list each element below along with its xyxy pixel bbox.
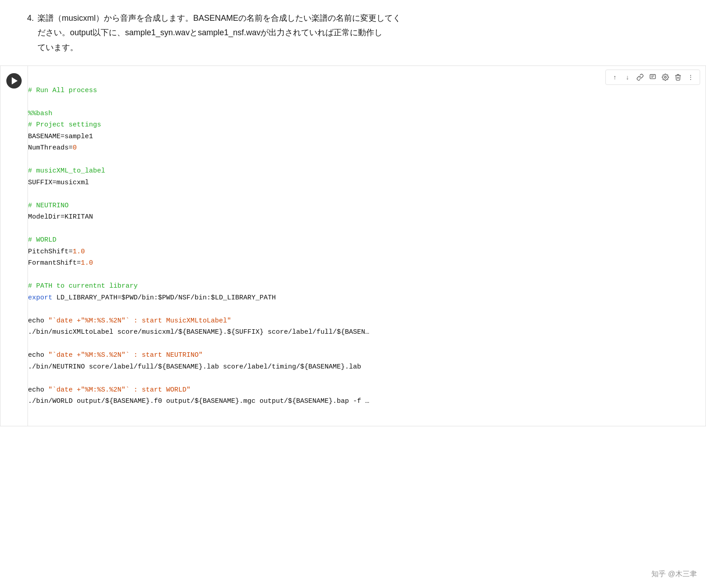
code-line-numthreads: NumThreads=0 bbox=[28, 144, 77, 152]
list-item-4: 4. 楽譜（musicxml）から音声を合成します。BASENAMEの名前を合成… bbox=[27, 11, 679, 55]
code-line-comment-musicxml: # musicXML_to_label bbox=[28, 167, 105, 175]
code-line-formantshift: FormantShift=1.0 bbox=[28, 259, 93, 267]
svg-point-3 bbox=[664, 76, 666, 78]
list-content: 楽譜（musicxml）から音声を合成します。BASENAMEの名前を合成したい… bbox=[37, 11, 401, 55]
move-down-icon[interactable]: ↓ bbox=[622, 72, 633, 83]
code-line-pitchshift: PitchShift=1.0 bbox=[28, 248, 85, 256]
text-line1: 楽譜（musicxml）から音声を合成します。BASENAMEの名前を合成したい… bbox=[37, 14, 401, 23]
text-line3: ています。 bbox=[37, 43, 78, 52]
code-line-basename: BASENAME=sample1 bbox=[28, 133, 93, 140]
code-cell: ↑ ↓ bbox=[0, 65, 706, 426]
list-number: 4. bbox=[27, 11, 34, 55]
code-line-modeldir: ModelDir=KIRITAN bbox=[28, 213, 93, 221]
code-line-echo2: echo "`date +"%M:%S.%2N"` : start NEUTRI… bbox=[28, 351, 203, 359]
code-line-comment-project: # Project settings bbox=[28, 121, 101, 129]
code-line-echo3: echo "`date +"%M:%S.%2N"` : start WORLD" bbox=[28, 386, 190, 394]
code-line-musicxmltolabel: ./bin/musicXMLtoLabel score/musicxml/${B… bbox=[28, 328, 369, 336]
code-line-1: # Run All process bbox=[28, 87, 97, 94]
svg-rect-0 bbox=[650, 75, 655, 79]
code-line-comment-path: # PATH to currentnt library bbox=[28, 282, 138, 290]
notebook-container: 4. 楽譜（musicxml）から音声を合成します。BASENAMEの名前を合成… bbox=[0, 0, 706, 426]
settings-icon[interactable] bbox=[660, 72, 671, 83]
code-cell-inner: # Run All process %%bash # Project setti… bbox=[0, 66, 706, 426]
code-line-echo1: echo "`date +"%M:%S.%2N"` : start MusicX… bbox=[28, 317, 231, 325]
code-line-comment-neutrino: # NEUTRINO bbox=[28, 202, 69, 210]
run-button[interactable] bbox=[6, 73, 22, 89]
code-content[interactable]: # Run All process %%bash # Project setti… bbox=[28, 66, 706, 426]
text-line2: ださい。output以下に、sample1_syn.wavとsample1_ns… bbox=[37, 28, 382, 37]
code-cell-toolbar: ↑ ↓ bbox=[605, 70, 700, 85]
delete-icon[interactable] bbox=[673, 72, 683, 83]
code-line-suffix: SUFFIX=musicxml bbox=[28, 179, 89, 187]
code-line-neutrino: ./bin/NEUTRINO score/label/full/${BASENA… bbox=[28, 363, 361, 371]
text-section: 4. 楽譜（musicxml）から音声を合成します。BASENAMEの名前を合成… bbox=[0, 0, 706, 65]
watermark: 知乎 @木三聿 bbox=[651, 569, 697, 579]
more-icon[interactable]: ⋮ bbox=[685, 72, 696, 83]
code-line-world: ./bin/WORLD output/${BASENAME}.f0 output… bbox=[28, 397, 369, 405]
move-up-icon[interactable]: ↑ bbox=[609, 72, 620, 83]
code-line-magic: %%bash bbox=[28, 110, 52, 117]
code-line-export: export LD_LIBRARY_PATH=$PWD/bin:$PWD/NSF… bbox=[28, 294, 276, 302]
run-button-area bbox=[0, 66, 28, 94]
comment-icon[interactable] bbox=[647, 72, 658, 83]
code-line-comment-world: # WORLD bbox=[28, 236, 56, 244]
link-icon[interactable] bbox=[635, 72, 646, 83]
